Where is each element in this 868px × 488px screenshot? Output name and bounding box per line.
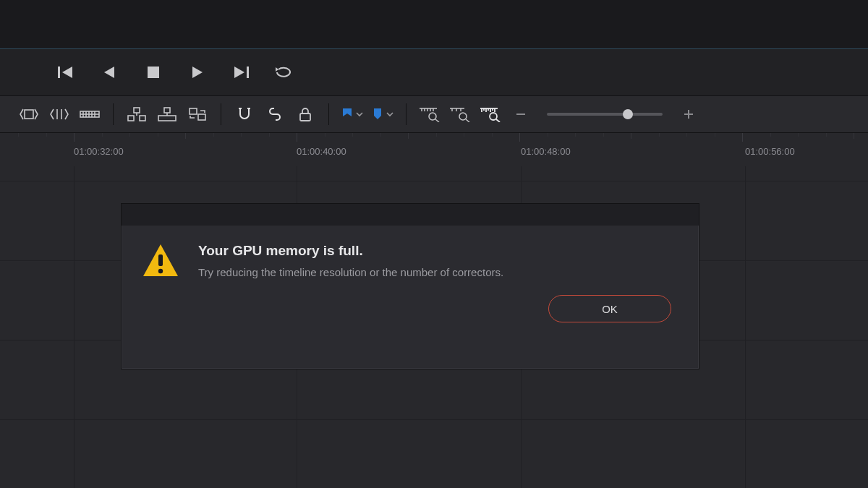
stop-button[interactable] [142, 61, 165, 84]
dialog-titlebar[interactable] [122, 204, 699, 226]
svg-marker-5 [234, 67, 244, 78]
toolbar-separator [221, 103, 221, 125]
play-reverse-button[interactable] [98, 61, 122, 84]
svg-rect-25 [198, 114, 205, 120]
svg-rect-3 [148, 67, 159, 78]
toolbar-separator [406, 103, 407, 125]
svg-rect-56 [688, 110, 689, 119]
svg-rect-22 [158, 116, 176, 121]
play-button[interactable] [185, 61, 208, 84]
overwrite-clip-button[interactable] [156, 103, 179, 126]
zoom-out-button[interactable] [509, 103, 532, 126]
svg-line-43 [466, 119, 469, 122]
window-titlebar [0, 0, 868, 49]
transport-bar [0, 49, 868, 95]
zoom-fit-button[interactable] [418, 103, 441, 126]
svg-rect-21 [164, 108, 170, 113]
svg-rect-54 [516, 114, 525, 115]
svg-marker-4 [192, 67, 203, 78]
timecode-label: 01:00:56:00 [745, 146, 795, 157]
svg-point-59 [158, 269, 163, 273]
svg-rect-29 [300, 114, 310, 121]
gpu-memory-dialog: Your GPU memory is full. Try reducing th… [121, 203, 699, 369]
warning-icon [142, 243, 179, 281]
svg-line-53 [496, 119, 500, 122]
zoom-slider[interactable] [547, 113, 663, 116]
link-button[interactable] [263, 103, 286, 126]
first-frame-button[interactable] [55, 61, 78, 84]
svg-rect-18 [128, 116, 134, 121]
ok-button[interactable]: OK [548, 295, 671, 322]
flag-marker-button[interactable] [341, 103, 364, 126]
edit-toolbar [0, 95, 868, 133]
dynamic-trim-button[interactable] [78, 103, 101, 126]
dialog-message: Try reducing the timeline resolution or … [198, 266, 503, 278]
snap-button[interactable] [233, 103, 256, 126]
app-root: 01:00:32:00 01:00:40:00 01:00:48:00 01:0… [0, 0, 868, 488]
svg-rect-24 [190, 108, 197, 114]
zoom-detail-button[interactable] [479, 103, 502, 126]
timecode-label: 01:00:32:00 [74, 146, 124, 157]
zoom-slider-thumb[interactable] [623, 109, 633, 119]
svg-rect-19 [140, 116, 145, 121]
replace-clip-button[interactable] [186, 103, 209, 126]
timeline-ruler[interactable]: 01:00:32:00 01:00:40:00 01:00:48:00 01:0… [0, 133, 868, 166]
position-marker-button[interactable] [371, 103, 394, 126]
zoom-custom-button[interactable] [448, 103, 472, 126]
timecode-label: 01:00:48:00 [521, 146, 571, 157]
svg-point-36 [429, 113, 436, 120]
trim-mode-button[interactable] [48, 103, 71, 126]
svg-rect-7 [25, 110, 33, 119]
svg-rect-17 [134, 108, 140, 113]
loop-button[interactable] [272, 61, 295, 84]
toolbar-separator [113, 103, 114, 125]
dialog-title: Your GPU memory is full. [198, 243, 503, 259]
svg-rect-6 [247, 67, 249, 78]
svg-marker-2 [104, 67, 114, 78]
last-frame-button[interactable] [229, 61, 252, 84]
svg-point-42 [459, 113, 467, 120]
toolbar-separator [328, 103, 329, 125]
zoom-in-button[interactable] [677, 103, 700, 126]
lock-button[interactable] [294, 103, 317, 126]
chevron-down-icon [355, 110, 364, 119]
selection-mode-button[interactable] [17, 103, 41, 126]
svg-line-37 [435, 119, 439, 122]
svg-rect-0 [58, 67, 60, 78]
insert-clip-button[interactable] [125, 103, 148, 126]
chevron-down-icon [386, 110, 394, 119]
svg-marker-1 [62, 67, 72, 78]
timecode-label: 01:00:40:00 [297, 146, 346, 157]
svg-rect-58 [158, 254, 163, 266]
svg-point-52 [490, 113, 497, 120]
